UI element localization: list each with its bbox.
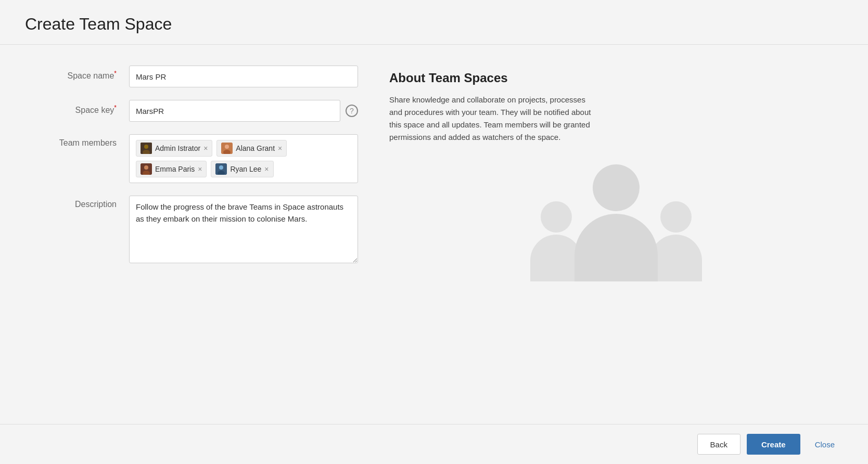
member-name-emma: Emma Paris (155, 165, 195, 173)
remove-emma-button[interactable]: × (198, 165, 202, 173)
space-name-label: Space name* (25, 66, 129, 81)
page-footer: Back Create Close (0, 424, 868, 464)
member-name-ryan: Ryan Lee (230, 165, 261, 173)
svg-point-7 (144, 165, 148, 170)
member-tag-ryan: Ryan Lee × (211, 161, 273, 177)
info-section: About Team Spaces Share knowledge and co… (389, 66, 843, 403)
remove-ryan-button[interactable]: × (264, 165, 269, 173)
space-key-row: Space key* ? (25, 100, 358, 122)
svg-point-10 (219, 165, 223, 170)
form-section: Space name* Space key* ? Team members (25, 66, 358, 403)
required-indicator: * (114, 70, 117, 77)
team-members-row: Team members Admin Istrator (25, 134, 358, 183)
person-center (575, 164, 658, 281)
team-members-label: Team members (25, 134, 129, 148)
space-name-row: Space name* (25, 66, 358, 87)
page-title: Create Team Space (25, 15, 843, 34)
about-title: About Team Spaces (389, 71, 843, 85)
page-container: Create Team Space Space name* Space key*… (0, 0, 868, 464)
content-area: Space name* Space key* ? Team members (0, 45, 868, 424)
remove-admin-button[interactable]: × (203, 145, 208, 152)
avatar-ryan (215, 163, 227, 175)
create-button[interactable]: Create (747, 434, 800, 455)
member-tag-admin: Admin Istrator × (136, 140, 212, 157)
help-icon[interactable]: ? (346, 105, 358, 117)
member-name-alana: Alana Grant (236, 144, 275, 152)
space-key-label: Space key* (25, 100, 129, 115)
required-indicator-key: * (114, 104, 117, 111)
member-tag-emma: Emma Paris × (136, 161, 207, 177)
description-label: Description (25, 196, 129, 209)
avatar-alana (221, 143, 233, 154)
remove-alana-button[interactable]: × (278, 145, 282, 152)
figure-group (530, 164, 702, 281)
space-key-wrapper: ? (129, 100, 358, 122)
team-members-box[interactable]: Admin Istrator × Alana Grant (129, 134, 358, 183)
svg-point-4 (225, 145, 229, 149)
member-tag-alana: Alana Grant × (216, 140, 287, 157)
member-name-admin: Admin Istrator (155, 144, 200, 152)
person-right (650, 201, 702, 281)
avatar-emma (141, 163, 152, 175)
page-header: Create Team Space (0, 0, 868, 45)
about-description: Share knowledge and collaborate on proje… (389, 94, 597, 144)
description-textarea[interactable]: Follow the progress of the brave Teams i… (129, 196, 358, 263)
close-button[interactable]: Close (807, 434, 843, 455)
team-illustration (389, 164, 843, 281)
description-row: Description Follow the progress of the b… (25, 196, 358, 263)
space-name-input[interactable] (129, 66, 358, 87)
svg-point-1 (144, 145, 148, 149)
space-key-input[interactable] (129, 100, 340, 122)
avatar-admin (141, 143, 152, 154)
back-button[interactable]: Back (697, 434, 741, 455)
